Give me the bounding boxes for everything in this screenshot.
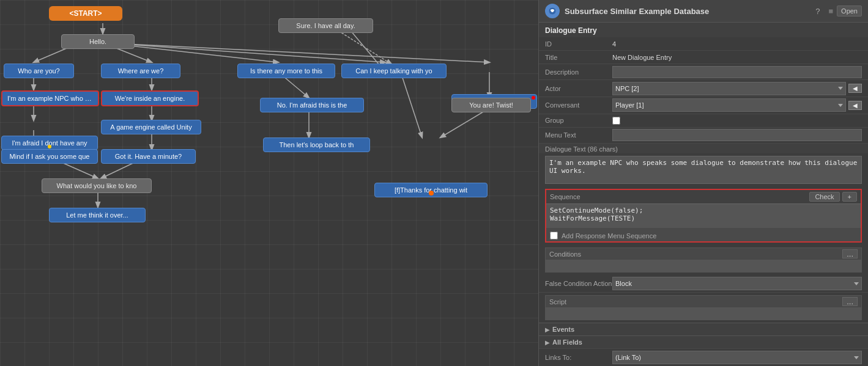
response-menu-checkbox[interactable] bbox=[550, 232, 558, 240]
check-button[interactable]: Check bbox=[809, 192, 839, 202]
node-hello[interactable]: Hello. bbox=[61, 34, 135, 49]
header-actions: ? ≡ Open bbox=[815, 5, 862, 16]
actor-edit-btn[interactable]: ◀ bbox=[848, 84, 862, 93]
node-who-are-you[interactable]: Who are you? bbox=[4, 64, 74, 78]
node-then-loop[interactable]: Then let's loop back to th bbox=[263, 137, 370, 152]
right-header: Subsurface Similar Example Database ? ≡ … bbox=[539, 0, 868, 23]
conditions-header: Conditions ... bbox=[545, 247, 862, 260]
conversant-row: Conversant Player [1] ◀ bbox=[539, 97, 868, 114]
svg-line-4 bbox=[103, 43, 385, 62]
false-condition-label: False Condition Action bbox=[545, 280, 612, 287]
menu-text-row: Menu Text bbox=[539, 128, 868, 144]
node-can-i-keep[interactable]: Can I keep talking with yo bbox=[341, 64, 447, 78]
svg-line-20 bbox=[401, 72, 422, 137]
node-game-engine[interactable]: A game engine called Unity bbox=[101, 120, 201, 134]
dialogue-icon bbox=[545, 4, 560, 18]
help-icon: ? bbox=[815, 7, 820, 16]
links-label: Links To: bbox=[545, 354, 612, 361]
group-label: Group bbox=[545, 117, 612, 124]
node-thanks[interactable]: [f]Thanks for chatting wit bbox=[374, 183, 488, 197]
sequence-text-input[interactable]: SetContinueMode(false); WaitForMessage(T… bbox=[546, 203, 861, 228]
conditions-label: Conditions bbox=[549, 251, 581, 258]
script-dots-button[interactable]: ... bbox=[842, 297, 858, 306]
menu-text-label: Menu Text bbox=[545, 131, 612, 139]
false-condition-select[interactable]: Block bbox=[612, 277, 862, 290]
sequence-block: Sequence Check + SetContinueMode(false);… bbox=[545, 189, 862, 243]
events-row[interactable]: ▶ Events bbox=[539, 323, 868, 335]
graph-panel[interactable]: <START> Hello. Who are you? Where are we… bbox=[0, 0, 538, 366]
id-label: ID bbox=[545, 40, 612, 48]
script-input[interactable] bbox=[545, 308, 862, 320]
all-fields-chevron: ▶ bbox=[545, 339, 550, 346]
sequence-label: Sequence bbox=[550, 193, 581, 200]
actor-select[interactable]: NPC [2] bbox=[612, 82, 846, 95]
conditions-dots-button[interactable]: ... bbox=[842, 249, 858, 258]
title-label: Title bbox=[545, 54, 612, 61]
all-fields-row[interactable]: ▶ All Fields bbox=[539, 335, 868, 348]
actor-label: Actor bbox=[545, 85, 612, 92]
dialogue-text-input[interactable]: I'm an example NPC who speaks some dialo… bbox=[545, 156, 862, 184]
response-menu-row: Add Response Menu Sequence bbox=[546, 230, 861, 241]
dialogue-text-label: Dialogue Text (86 chars) bbox=[545, 145, 618, 153]
description-input[interactable] bbox=[612, 66, 862, 78]
node-what-would[interactable]: What would you like to kno bbox=[42, 178, 152, 193]
conditions-block: Conditions ... bbox=[545, 247, 862, 273]
description-label: Description bbox=[545, 68, 612, 76]
open-button[interactable]: Open bbox=[837, 5, 862, 16]
node-where-are-we[interactable]: Where are we? bbox=[101, 64, 180, 78]
group-checkbox[interactable] bbox=[612, 117, 620, 125]
node-im-afraid[interactable]: I'm afraid I dont have any bbox=[1, 136, 98, 150]
actor-row: Actor NPC [2] ◀ bbox=[539, 80, 868, 97]
script-header: Script ... bbox=[545, 295, 862, 308]
node-were-inside[interactable]: We're inside an engine. bbox=[101, 90, 199, 106]
node-let-me-think[interactable]: Let me think it over... bbox=[49, 208, 146, 222]
response-menu-label: Add Response Menu Sequence bbox=[562, 232, 656, 240]
title-row: Title New Dialogue Entry bbox=[539, 51, 868, 64]
group-row: Group bbox=[539, 114, 868, 128]
svg-line-5 bbox=[103, 43, 489, 62]
node-no-afraid[interactable]: No. I'm afraid this is the bbox=[260, 98, 364, 112]
conversant-label: Conversant bbox=[545, 101, 612, 109]
false-condition-row: False Condition Action Block bbox=[539, 275, 868, 293]
id-value: 4 bbox=[612, 40, 862, 48]
script-block: Script ... bbox=[545, 295, 862, 320]
right-panel: Subsurface Similar Example Database ? ≡ … bbox=[538, 0, 868, 366]
links-row: Links To: (Link To) bbox=[539, 348, 868, 366]
menu-text-input[interactable] bbox=[612, 129, 862, 141]
node-you-are-twist[interactable]: You are! Twist! bbox=[451, 98, 531, 112]
add-sequence-button[interactable]: + bbox=[842, 192, 857, 202]
node-im-example[interactable]: I'm an example NPC who spe bbox=[1, 90, 99, 106]
description-row: Description bbox=[539, 64, 868, 80]
conversant-select[interactable]: Player [1] bbox=[612, 98, 846, 112]
events-chevron: ▶ bbox=[545, 326, 550, 333]
node-is-there[interactable]: Is there any more to this bbox=[237, 64, 335, 78]
node-sure[interactable]: Sure. I have all day. bbox=[278, 18, 373, 33]
panel-title: Subsurface Similar Example Database bbox=[565, 7, 815, 16]
conditions-input[interactable] bbox=[545, 260, 862, 273]
sequence-header: Sequence Check + bbox=[546, 190, 861, 203]
links-select[interactable]: (Link To) bbox=[612, 351, 862, 364]
id-row: ID 4 bbox=[539, 37, 868, 51]
title-value: New Dialogue Entry bbox=[612, 54, 862, 61]
conversant-edit-btn[interactable]: ◀ bbox=[848, 101, 862, 110]
node-mind-if[interactable]: Mind if I ask you some que bbox=[1, 149, 98, 164]
dialogue-text-label-row: Dialogue Text (86 chars) bbox=[539, 144, 868, 153]
all-fields-label: All Fields bbox=[552, 339, 582, 346]
node-start[interactable]: <START> bbox=[49, 6, 122, 21]
script-label: Script bbox=[549, 298, 566, 306]
node-got-it[interactable]: Got it. Have a minute? bbox=[101, 149, 196, 164]
settings-icon: ≡ bbox=[828, 7, 833, 16]
section-dialogue-entry: Dialogue Entry bbox=[539, 23, 868, 37]
events-label: Events bbox=[552, 326, 574, 333]
svg-line-21 bbox=[440, 108, 489, 137]
sequence-actions: Check + bbox=[809, 192, 857, 202]
